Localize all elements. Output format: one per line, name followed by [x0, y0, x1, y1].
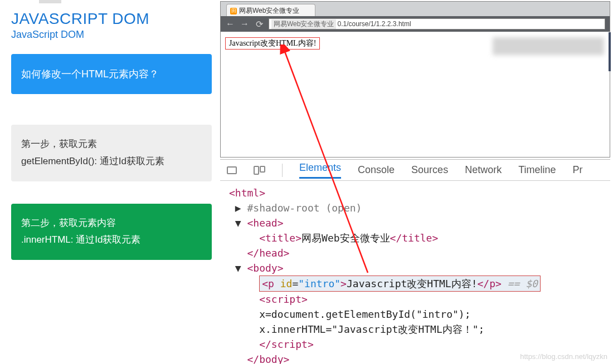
forward-button[interactable]: → — [240, 19, 250, 29]
address-bar: ← → ⟳ 网易Web安全微专业 0.1/course/1/1.2.2.3.ht… — [221, 16, 610, 32]
dom-selected-node[interactable]: <p id="intro">Javascript改变HTML内容!</p> ==… — [259, 276, 541, 292]
slide-panel: JAVASCRIPT DOM JavaScript DOM 如何修改一个HTML… — [11, 10, 212, 260]
dom-title-open: <title> — [259, 232, 301, 244]
dom-head-close: </head> — [247, 247, 290, 259]
decoration — [39, 0, 61, 3]
page-output: Javascript改变HTML内容! — [225, 37, 320, 50]
dom-title-close: </title> — [390, 232, 439, 244]
tab-timeline[interactable]: Timeline — [518, 164, 556, 176]
dom-script-close: </script> — [259, 338, 314, 350]
tab-elements[interactable]: Elements — [299, 162, 341, 179]
dom-tree[interactable]: <html> ▶ #shadow-root (open) ▼ <head> <t… — [220, 181, 610, 364]
url-text: 0.1/course/1/1.2.2.3.html — [337, 20, 411, 28]
step2-card: 第二步，获取元素内容 .innerHTML: 通过Id获取元素 — [11, 204, 212, 260]
favicon-icon: 田 — [230, 8, 237, 14]
dom-js2: x.innerHTML="Javascript改变HTML内容！"; — [259, 323, 484, 335]
browser-window: 田 网易Web安全微专业 ← → ⟳ 网易Web安全微专业 0.1/course… — [220, 1, 610, 158]
step1-card: 第一步，获取元素 getElementById(): 通过Id获取元素 — [11, 125, 212, 181]
dom-js1: x=document.getElementById("intro"); — [259, 308, 470, 320]
inspect-icon[interactable] — [227, 166, 237, 174]
url-prefix: 网易Web安全微专业 — [271, 19, 336, 29]
step2-line2: .innerHTML: 通过Id获取元素 — [21, 232, 202, 249]
devtools-panel: Elements Console Sources Network Timelin… — [220, 159, 610, 364]
slide-title: JAVASCRIPT DOM — [11, 10, 212, 28]
dom-body-open: <body> — [247, 262, 284, 274]
reload-button[interactable]: ⟳ — [254, 19, 264, 29]
page-viewport: Javascript改变HTML内容! — [221, 32, 610, 157]
dom-shadow: #shadow-root (open) — [247, 202, 362, 214]
browser-tab-bar: 田 网易Web安全微专业 — [221, 2, 610, 16]
step2-line1: 第二步，获取元素内容 — [21, 215, 202, 232]
dom-head-open: <head> — [247, 217, 284, 229]
decoration-line — [609, 32, 611, 71]
browser-tab[interactable]: 田 网易Web安全微专业 — [226, 4, 315, 16]
back-button[interactable]: ← — [225, 19, 235, 29]
dom-script-open: <script> — [259, 293, 308, 305]
step1-line2: getElementById(): 通过Id获取元素 — [21, 153, 202, 170]
tab-console[interactable]: Console — [358, 164, 395, 176]
separator — [282, 164, 283, 177]
tab-more[interactable]: Pr — [573, 164, 583, 176]
question-card: 如何修改一个HTML元素内容？ — [11, 54, 212, 94]
step1-line1: 第一步，获取元素 — [21, 136, 202, 153]
slide-subtitle: JavaScript DOM — [11, 29, 212, 41]
question-text: 如何修改一个HTML元素内容？ — [21, 68, 159, 80]
dom-title-text: 网易Web安全微专业 — [301, 232, 390, 244]
tab-sources[interactable]: Sources — [411, 164, 448, 176]
dom-html-open: <html> — [229, 187, 265, 199]
url-input[interactable]: 网易Web安全微专业 0.1/course/1/1.2.2.3.html — [269, 18, 605, 29]
tab-title: 网易Web安全微专业 — [239, 6, 299, 16]
dom-body-close: </body> — [247, 353, 290, 364]
watermark: https://blog.csdn.net/lqyzkn — [520, 352, 607, 361]
tab-network[interactable]: Network — [465, 164, 502, 176]
devtools-tab-bar: Elements Console Sources Network Timelin… — [220, 160, 610, 181]
device-icon[interactable] — [254, 166, 265, 175]
redacted-area — [493, 37, 604, 55]
